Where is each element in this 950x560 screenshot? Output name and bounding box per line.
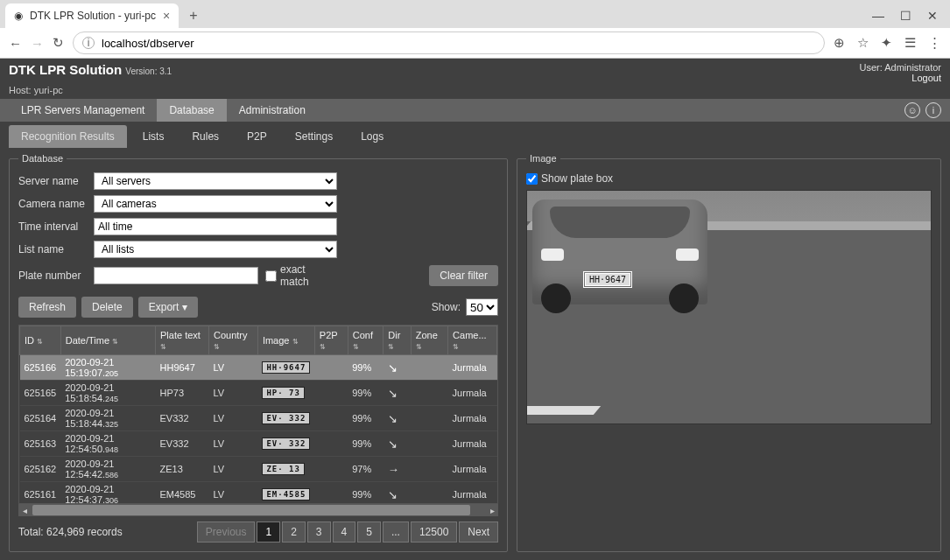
page-12500[interactable]: 12500 xyxy=(411,522,457,542)
tab-lpr-servers[interactable]: LPR Servers Management xyxy=(9,99,157,122)
time-interval-input[interactable] xyxy=(94,218,337,235)
clear-filter-button[interactable]: Clear filter xyxy=(429,265,498,286)
menu-icon[interactable]: ⋮ xyxy=(928,35,941,51)
tab-administration[interactable]: Administration xyxy=(227,99,318,122)
page-5[interactable]: 5 xyxy=(357,522,381,542)
total-records: Total: 624,969 records xyxy=(18,526,123,538)
page-next[interactable]: Next xyxy=(459,522,498,542)
subtab-p2p[interactable]: P2P xyxy=(235,125,279,148)
server-name-label: Server name xyxy=(18,175,87,187)
table-row[interactable]: 6251612020-09-21 12:54:37.306EM4585LVEM·… xyxy=(20,482,497,505)
browser-toolbar: ← → ↻ i ⊕ ☆ ✦ ☰ ⋮ xyxy=(0,28,950,58)
address-bar[interactable]: i xyxy=(73,32,825,54)
col-plate-text[interactable]: Plate text ⇅ xyxy=(156,326,209,355)
camera-name-label: Camera name xyxy=(18,198,87,210)
close-window-icon[interactable]: ✕ xyxy=(927,9,938,23)
show-plate-box-label: Show plate box xyxy=(526,172,932,185)
col-id[interactable]: ID ⇅ xyxy=(20,326,61,355)
app-root: DTK LPR Solution Version: 3.1 User: Admi… xyxy=(0,59,950,560)
app-header: DTK LPR Solution Version: 3.1 User: Admi… xyxy=(0,59,950,85)
h-scrollbar[interactable]: ◂ ▸ xyxy=(18,504,498,516)
col-conf[interactable]: Conf ⇅ xyxy=(348,326,384,355)
tab-title: DTK LPR Solution - yuri-pc xyxy=(30,10,156,22)
time-interval-label: Time interval xyxy=(18,220,87,233)
col-zone[interactable]: Zone ⇅ xyxy=(411,326,447,355)
scroll-left-icon[interactable]: ◂ xyxy=(18,506,31,515)
page-...[interactable]: ... xyxy=(383,522,409,542)
preview-image: HH·9647 xyxy=(526,190,932,424)
site-info-icon[interactable]: i xyxy=(82,37,95,49)
results-table: ID ⇅Date/Time ⇅Plate text ⇅Country ⇅Imag… xyxy=(19,326,497,504)
subtab-lists[interactable]: Lists xyxy=(130,125,177,148)
col-came-[interactable]: Came... ⇅ xyxy=(448,326,497,355)
col-image[interactable]: Image ⇅ xyxy=(257,326,314,355)
col-date-time[interactable]: Date/Time ⇅ xyxy=(60,326,155,355)
subtab-settings[interactable]: Settings xyxy=(283,125,345,148)
browser-tab[interactable]: ◉ DTK LPR Solution - yuri-pc × xyxy=(5,4,179,28)
table-row[interactable]: 6251662020-09-21 15:19:07.205HH9647LVHH·… xyxy=(20,355,497,381)
new-tab-button[interactable]: + xyxy=(184,8,202,24)
subtab-logs[interactable]: Logs xyxy=(348,125,396,148)
app-title: DTK LPR Solution Version: 3.1 xyxy=(9,62,172,77)
show-label: Show: xyxy=(432,301,461,313)
browser-chrome: ◉ DTK LPR Solution - yuri-pc × + — ☐ ✕ ←… xyxy=(0,0,950,59)
col-p-p[interactable]: P2P ⇅ xyxy=(314,326,348,355)
table-row[interactable]: 6251622020-09-21 12:54:42.586ZE13LVZE· 1… xyxy=(20,457,497,482)
image-panel: Image Show plate box HH·9647 xyxy=(517,153,941,552)
back-icon[interactable]: ← xyxy=(9,36,22,51)
results-table-wrap: ID ⇅Date/Time ⇅Plate text ⇅Country ⇅Imag… xyxy=(18,325,498,504)
minimize-icon[interactable]: — xyxy=(872,9,884,23)
export-button[interactable]: Export ▾ xyxy=(138,297,198,318)
show-plate-box-checkbox[interactable] xyxy=(526,173,538,185)
subtab-recognition-results[interactable]: Recognition Results xyxy=(9,125,127,148)
detected-plate: HH·9647 xyxy=(585,273,630,286)
show-select[interactable]: 50 xyxy=(466,298,498,316)
help-icon[interactable]: i xyxy=(925,102,941,118)
tab-database[interactable]: Database xyxy=(157,99,226,122)
bookmark-icon[interactable]: ☆ xyxy=(857,35,869,51)
extensions-icon[interactable]: ✦ xyxy=(881,35,892,51)
table-row[interactable]: 6251632020-09-21 12:54:50.948EV332LVEV· … xyxy=(20,431,497,457)
plate-number-input[interactable] xyxy=(94,267,258,284)
image-legend: Image xyxy=(526,153,560,164)
profile-icon[interactable]: ☰ xyxy=(904,35,916,51)
reload-icon[interactable]: ↻ xyxy=(53,35,64,51)
main-tabs: LPR Servers Management Database Administ… xyxy=(0,99,950,122)
page-1[interactable]: 1 xyxy=(257,522,280,542)
maximize-icon[interactable]: ☐ xyxy=(900,9,911,23)
forward-icon[interactable]: → xyxy=(31,36,44,51)
list-name-select[interactable]: All lists xyxy=(94,241,337,258)
subtab-rules[interactable]: Rules xyxy=(179,125,231,148)
refresh-button[interactable]: Refresh xyxy=(18,297,76,318)
table-row[interactable]: 6251642020-09-21 15:18:44.325EV332LVEV· … xyxy=(20,406,497,431)
page-prev[interactable]: Previous xyxy=(197,522,256,542)
user-icon[interactable]: ☺ xyxy=(904,102,920,118)
exact-match-checkbox[interactable] xyxy=(265,270,277,282)
close-icon[interactable]: × xyxy=(163,9,170,23)
page-2[interactable]: 2 xyxy=(282,522,306,542)
plate-number-label: Plate number xyxy=(18,270,87,282)
table-footer: Total: 624,969 records Previous12345...1… xyxy=(18,522,498,542)
sub-tabs: Recognition Results Lists Rules P2P Sett… xyxy=(0,122,950,148)
scroll-right-icon[interactable]: ▸ xyxy=(486,506,498,515)
camera-name-select[interactable]: All cameras xyxy=(94,195,337,213)
tab-bar: ◉ DTK LPR Solution - yuri-pc × + — ☐ ✕ xyxy=(0,0,950,28)
delete-button[interactable]: Delete xyxy=(81,297,133,318)
zoom-icon[interactable]: ⊕ xyxy=(834,35,845,51)
exact-match-label: exact match xyxy=(265,263,334,288)
database-panel: Database Server name All servers Camera … xyxy=(9,153,508,552)
server-name-select[interactable]: All servers xyxy=(94,172,337,190)
scroll-thumb[interactable] xyxy=(32,505,470,515)
host-line: Host: yuri-pc xyxy=(0,85,950,99)
logout-link[interactable]: Logout xyxy=(911,73,941,83)
content: Database Server name All servers Camera … xyxy=(0,148,950,560)
col-country[interactable]: Country ⇅ xyxy=(209,326,258,355)
car-icon: HH·9647 xyxy=(532,200,707,304)
url-input[interactable] xyxy=(102,37,815,50)
table-row[interactable]: 6251652020-09-21 15:18:54.245HP73LVHP· 7… xyxy=(20,381,497,406)
page-4[interactable]: 4 xyxy=(333,522,356,542)
user-info: User: Administrator Logout xyxy=(859,62,941,83)
page-3[interactable]: 3 xyxy=(307,522,331,542)
col-dir[interactable]: Dir ⇅ xyxy=(384,326,411,355)
tab-favicon-icon: ◉ xyxy=(14,10,23,22)
